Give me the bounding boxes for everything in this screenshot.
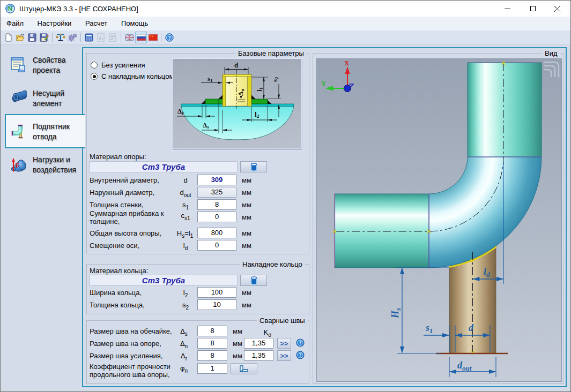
param-input-delta-s[interactable]: 8	[197, 326, 227, 336]
report-button[interactable]	[95, 32, 107, 43]
help-button[interactable]: ?	[164, 32, 175, 43]
param-input-ksigma-n[interactable]: 1,35	[244, 338, 273, 349]
settings-gears-icon	[68, 33, 77, 42]
sidebar-item-loads[interactable]: F Нагрузки ивоздействия	[1, 155, 82, 185]
menu-file[interactable]: Файл	[1, 17, 29, 31]
pipe-icon	[10, 89, 27, 107]
menu-bar: Файл Настройки Расчет Помощь	[1, 17, 570, 31]
lang-russian-button[interactable]	[135, 32, 147, 43]
svg-text:F: F	[16, 161, 20, 169]
param-input-phi-n[interactable]: 1	[197, 363, 227, 374]
menu-help[interactable]: Помощь	[115, 17, 154, 31]
param-label: Размер шва усиления,	[90, 352, 162, 360]
sidebar-label-line: отвода	[33, 132, 70, 142]
support-material-label: Материал опоры:	[90, 153, 146, 161]
toolbar: ?	[1, 31, 570, 44]
param-symbol: Δn	[176, 340, 191, 349]
group-welds-title: Сварные швы	[257, 316, 308, 325]
radio-with-pad-ring[interactable]	[91, 73, 98, 80]
group-view-title: Вид	[542, 49, 560, 57]
radio-with-pad-ring-label[interactable]: С накладным кольцом	[101, 72, 174, 80]
maximize-icon	[530, 6, 536, 11]
param-input-delta-r[interactable]: 8	[197, 350, 227, 361]
open-file-button[interactable]	[14, 32, 26, 43]
support-material-db-button[interactable]	[240, 161, 267, 172]
support-schematic-diagram: d s1 Δn l1 s2 Δr	[173, 59, 302, 150]
support-material-field[interactable]: Ст3 Труба	[90, 161, 238, 172]
param-unit: мм	[233, 327, 242, 335]
param-symbol: dout	[176, 189, 195, 198]
sidebar-label-line: Нагрузки и	[33, 155, 76, 165]
radio-no-reinforcement[interactable]	[91, 62, 98, 69]
param-input-ksigma-r[interactable]: 1,35	[244, 350, 273, 361]
ring-material-field[interactable]: Ст3 Труба	[90, 275, 238, 286]
lang-chinese-button[interactable]	[147, 32, 159, 43]
help-icon: ?	[296, 338, 305, 347]
param-label: Размер шва на обечайке,	[90, 327, 172, 335]
param-input-cs1[interactable]: 0	[197, 212, 236, 222]
axis-y-label: Y	[321, 79, 327, 87]
calculator-button[interactable]	[83, 32, 95, 43]
param-input-hs[interactable]: 800	[197, 228, 236, 238]
ring-material-db-button[interactable]	[240, 275, 267, 286]
ksigma-r-help-button[interactable]: ?	[296, 351, 305, 361]
param-label: Толщина кольца,	[90, 301, 145, 309]
ksigma-n-help-button[interactable]: ?	[296, 338, 305, 349]
param-input-d[interactable]: 309	[197, 175, 236, 185]
units-scales-button[interactable]	[55, 32, 66, 43]
toolbar-separator	[52, 33, 53, 42]
minimize-button[interactable]	[495, 1, 520, 17]
ksigma-r-detail-button[interactable]: >>	[277, 350, 291, 361]
sidebar-item-elbow-support[interactable]: Подпятникотвода	[1, 122, 82, 152]
sidebar-item-project-properties[interactable]: Свойствапроекта	[1, 55, 82, 85]
flag-china-icon	[149, 34, 158, 41]
param-input-s1[interactable]: 8	[197, 199, 236, 210]
sidebar-label-line: Свойства	[33, 55, 65, 65]
param-input-ld[interactable]: 0	[197, 240, 236, 251]
param-input-s2ring[interactable]: 10	[197, 299, 236, 310]
protocol-button[interactable]	[107, 32, 118, 43]
menu-settings[interactable]: Настройки	[32, 17, 78, 31]
ksigma-n-detail-button[interactable]: >>	[277, 338, 291, 349]
param-unit: мм	[233, 340, 242, 348]
param-symbol: Hs=l1	[173, 229, 197, 239]
lang-english-button[interactable]	[123, 32, 135, 43]
menu-calculation[interactable]: Расчет	[79, 17, 113, 31]
new-document-icon	[4, 33, 13, 42]
param-symbol: s1	[176, 201, 195, 210]
close-button[interactable]	[545, 1, 570, 17]
param-label: Толщина стенки,	[90, 201, 144, 209]
param-input-l2[interactable]: 100	[197, 287, 236, 298]
window-title: Штуцер-МКЭ 3.3 - [НЕ СОХРАНЕНО]	[19, 5, 138, 13]
help-icon: ?	[165, 33, 174, 42]
new-document-button[interactable]	[3, 32, 14, 43]
save-as-button[interactable]	[38, 32, 50, 43]
radio-no-reinforcement-label[interactable]: Без усиления	[101, 61, 145, 69]
param-symbol: s2	[176, 301, 195, 311]
view-3d-viewport[interactable]: Hs ld s1 d dout	[316, 58, 562, 382]
svg-text:N: N	[8, 5, 12, 12]
svg-text:?: ?	[168, 34, 170, 40]
svg-text:?: ?	[299, 340, 302, 345]
title-bar: N Штуцер-МКЭ 3.3 - [НЕ СОХРАНЕНО]	[1, 1, 570, 17]
param-unit: мм	[242, 201, 251, 209]
ksigma-label: Kσ	[257, 328, 278, 338]
param-unit: мм	[242, 301, 251, 309]
report-icon	[97, 33, 105, 42]
param-label: Общая высота опоры,	[90, 229, 161, 237]
group-base-parameters-title: Базовые параметры	[235, 49, 307, 57]
save-button[interactable]	[26, 32, 38, 43]
schematic-label-d: d	[234, 61, 239, 69]
app-logo-icon: N	[5, 4, 15, 13]
view-3d-scene: Hs ld s1 d dout	[317, 59, 561, 381]
param-input-dout: 325	[197, 187, 236, 198]
maximize-button[interactable]	[520, 1, 545, 17]
param-input-delta-n[interactable]: 8	[197, 338, 227, 349]
param-unit: мм	[242, 242, 251, 250]
weld-seam-button[interactable]	[231, 363, 257, 374]
axis-x-label: X	[344, 59, 350, 67]
param-symbol: Δs	[176, 327, 191, 337]
param-symbol: Δr	[176, 352, 191, 361]
param-symbol: l2	[176, 289, 195, 298]
settings-gears-button[interactable]	[66, 32, 78, 43]
